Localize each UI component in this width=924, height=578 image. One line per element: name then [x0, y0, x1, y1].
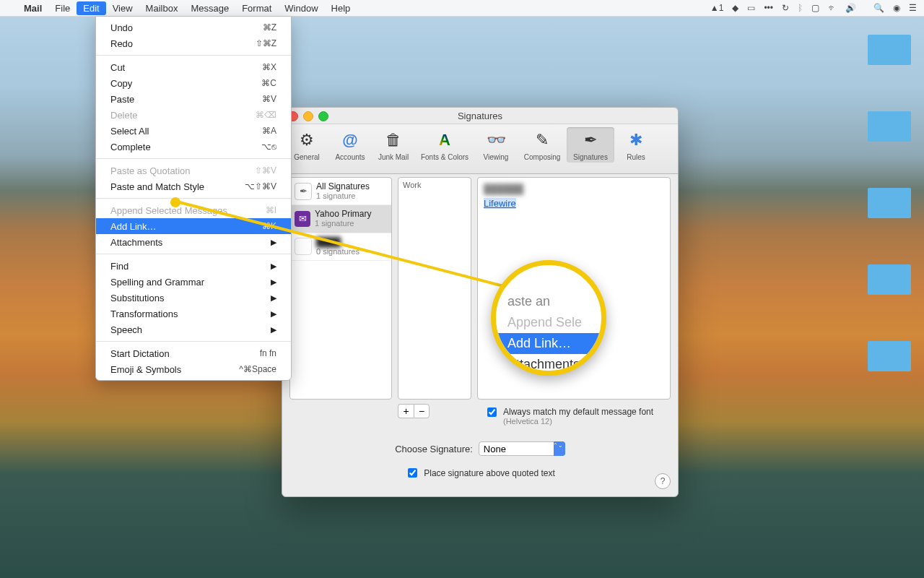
account-all-signatures[interactable]: ✒︎ All Signatures1 signature — [290, 178, 391, 205]
widget-square — [868, 35, 911, 65]
bluetooth-icon[interactable]: ᛒ — [798, 3, 803, 13]
gear-icon: ⚙︎ — [295, 129, 318, 152]
menu-redo[interactable]: Redo⇧⌘Z — [96, 35, 291, 51]
adobe-icon[interactable]: ▲1 — [710, 3, 724, 13]
menu-substitutions[interactable]: Substitutions▶ — [96, 290, 291, 306]
menubar-item-format[interactable]: Format — [235, 1, 278, 15]
signature-line-redacted: ██████ — [484, 184, 523, 194]
menu-emoji-symbols[interactable]: Emoji & Symbols^⌘Space — [96, 361, 291, 377]
signatures-window: Signatures ⚙︎General @Accounts 🗑Junk Mai… — [282, 107, 679, 497]
annotation-dot — [170, 197, 180, 207]
widget-square — [868, 341, 911, 371]
menu-copy[interactable]: Copy⌘C — [96, 75, 291, 91]
edit-menu-dropdown: Undo⌘Z Redo⇧⌘Z Cut⌘X Copy⌘C Paste⌘V Dele… — [95, 16, 292, 381]
traffic-lights — [288, 111, 328, 121]
always-match-font-checkbox[interactable] — [487, 407, 497, 417]
rules-icon: ✱ — [624, 129, 648, 152]
spotlight-icon[interactable]: 🔍 — [873, 3, 884, 13]
notification-center-icon[interactable]: ☰ — [909, 3, 917, 13]
menubar-item-file[interactable]: File — [48, 1, 77, 15]
menu-undo[interactable]: Undo⌘Z — [96, 20, 291, 35]
zoom-button[interactable] — [318, 111, 328, 121]
account-yahoo[interactable]: ✉ Yahoo Primary1 signature — [290, 205, 391, 233]
tab-junk[interactable]: 🗑Junk Mail — [372, 127, 415, 163]
tab-rules[interactable]: ✱Rules — [614, 127, 658, 163]
menubar-item-message[interactable]: Message — [184, 1, 235, 15]
menubar-item-mailbox[interactable]: Mailbox — [139, 1, 185, 15]
desktop: Mail File Edit View Mailbox Message Form… — [0, 0, 924, 578]
menubar: Mail File Edit View Mailbox Message Form… — [0, 0, 924, 17]
tab-accounts[interactable]: @Accounts — [328, 127, 372, 163]
menubar-item-window[interactable]: Window — [278, 1, 324, 15]
callout-row-add-link: Add Link… — [496, 333, 601, 354]
callout-row-append: Append Sele — [496, 312, 601, 333]
menu-select-all[interactable]: Select All⌘A — [96, 123, 291, 139]
menu-find[interactable]: Find▶ — [96, 258, 291, 274]
accounts-list[interactable]: ✒︎ All Signatures1 signature ✉ Yahoo Pri… — [289, 177, 392, 400]
callout-magnifier: aste an Append Sele Add Link… Attachment… — [491, 260, 606, 376]
add-signature-button[interactable]: + — [398, 404, 414, 418]
pencil-icon: ✎ — [531, 129, 554, 152]
menubar-item-view[interactable]: View — [106, 1, 139, 15]
menu-spelling[interactable]: Spelling and Grammar▶ — [96, 274, 291, 290]
timemachine-icon[interactable]: ↻ — [782, 3, 789, 13]
menubar-item-edit[interactable]: Edit — [77, 1, 105, 15]
more-icon[interactable]: ••• — [764, 3, 773, 13]
mail-icon: ✉ — [295, 211, 310, 227]
at-icon: @ — [339, 129, 362, 152]
preferences-toolbar: ⚙︎General @Accounts 🗑Junk Mail AFonts & … — [282, 124, 678, 174]
tab-viewing[interactable]: 👓Viewing — [474, 127, 518, 163]
tab-general[interactable]: ⚙︎General — [285, 127, 328, 163]
menu-delete: Delete⌘⌫ — [96, 107, 291, 123]
signature-list-item[interactable]: Work — [398, 178, 471, 192]
choose-signature-row: Choose Signature: None — [282, 441, 678, 456]
menubar-item-help[interactable]: Help — [325, 1, 357, 15]
tab-signatures[interactable]: ✒︎Signatures — [567, 127, 614, 163]
menu-paste-match-style[interactable]: Paste and Match Style⌥⇧⌘V — [96, 178, 291, 194]
choose-signature-select[interactable]: None — [479, 441, 565, 456]
volume-icon[interactable]: 🔊 — [845, 3, 856, 13]
signatures-content: ✒︎ All Signatures1 signature ✉ Yahoo Pri… — [282, 171, 678, 496]
menu-attachments[interactable]: Attachments▶ — [96, 234, 291, 250]
help-button[interactable]: ? — [655, 473, 671, 489]
widget-square — [868, 264, 911, 295]
desktop-widget-stack — [868, 35, 911, 371]
menu-add-link[interactable]: Add Link…⌘K — [96, 218, 291, 234]
callout-row-paste: aste an — [496, 291, 601, 312]
siri-icon[interactable]: ◉ — [893, 3, 900, 13]
dropbox-icon[interactable]: ◆ — [732, 3, 738, 13]
account-google[interactable]: G ████ …0 signatures — [290, 233, 391, 261]
remove-signature-button[interactable]: − — [414, 404, 430, 418]
place-above-label: Place signature above quoted text — [424, 468, 554, 478]
menu-start-dictation[interactable]: Start Dictationfn fn — [96, 345, 291, 361]
minimize-button[interactable] — [303, 111, 313, 121]
wifi-icon[interactable]: ᯤ — [828, 3, 837, 13]
menu-transformations[interactable]: Transformations▶ — [96, 306, 291, 322]
place-above-checkbox[interactable] — [408, 468, 417, 478]
signature-link[interactable]: Lifewire — [484, 198, 516, 209]
choose-signature-label: Choose Signature: — [395, 444, 473, 454]
menu-speech[interactable]: Speech▶ — [96, 322, 291, 337]
window-title: Signatures — [282, 111, 678, 121]
menu-paste-quotation: Paste as Quotation⇧⌘V — [96, 163, 291, 178]
menu-cut[interactable]: Cut⌘X — [96, 59, 291, 75]
menu-paste[interactable]: Paste⌘V — [96, 91, 291, 107]
signature-icon: ✒︎ — [295, 183, 312, 200]
menubar-right: ▲1 ◆ ▭ ••• ↻ ᛒ ▢ ᯤ 🔊 🔍 ◉ ☰ — [710, 3, 917, 13]
display-icon[interactable]: ▭ — [747, 3, 755, 13]
window-titlebar[interactable]: Signatures — [282, 108, 678, 124]
widget-square — [868, 188, 911, 218]
menubar-app[interactable]: Mail — [17, 1, 48, 15]
menu-complete[interactable]: Complete⌥⎋ — [96, 139, 291, 155]
fonts-icon: A — [433, 129, 456, 152]
airplay-icon[interactable]: ▢ — [811, 3, 819, 13]
signatures-list[interactable]: Work — [398, 177, 471, 400]
signature-icon: ✒︎ — [579, 129, 602, 152]
trash-icon: 🗑 — [382, 129, 405, 152]
place-above-row: Place signature above quoted text — [282, 466, 678, 480]
always-match-font-label: Always match my default message font(Hel… — [503, 407, 653, 426]
glasses-icon: 👓 — [484, 129, 507, 152]
google-icon: G — [295, 238, 312, 255]
tab-composing[interactable]: ✎Composing — [518, 127, 567, 163]
tab-fonts-colors[interactable]: AFonts & Colors — [415, 127, 474, 163]
